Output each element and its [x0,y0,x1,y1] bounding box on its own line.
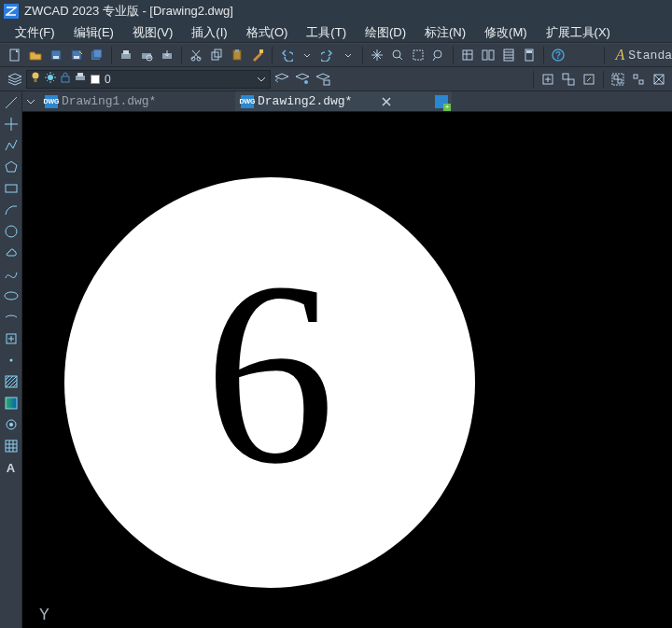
saveall-icon[interactable] [88,46,106,64]
menu-view[interactable]: 视图(V) [123,22,182,43]
document-tab[interactable]: DWG Drawing1.dwg* [39,91,235,111]
svg-rect-43 [614,76,618,79]
drawing-text-glyph: 6 [204,243,335,504]
paste-icon[interactable] [228,46,246,64]
window-title: ZWCAD 2023 专业版 - [Drawing2.dwg] [24,3,233,20]
copy-icon[interactable] [207,46,226,64]
layer-previous-icon[interactable] [273,70,291,89]
tabs-dropdown-icon[interactable] [22,91,39,111]
menu-format[interactable]: 格式(O) [237,22,298,43]
circle-icon[interactable] [2,222,21,241]
layers-toolbar: 0 [0,67,672,91]
print-icon[interactable] [117,46,135,64]
text-style-control[interactable]: A Standa [615,47,672,63]
title-bar: ZWCAD 2023 专业版 - [Drawing2.dwg] [0,0,672,22]
chevron-down-icon[interactable] [255,73,268,86]
mtext-icon[interactable]: A [2,458,21,477]
insert-block-icon[interactable] [2,329,21,348]
polyline-icon[interactable] [2,136,21,155]
svg-rect-24 [489,50,494,60]
menu-file[interactable]: 文件(F) [6,22,64,43]
menu-modify[interactable]: 修改(M) [475,22,537,43]
calc-icon[interactable] [520,46,539,64]
hatch-icon[interactable] [2,372,21,391]
svg-point-19 [393,50,400,58]
svg-rect-2 [53,56,59,59]
new-icon[interactable] [6,46,24,64]
ungroup-icon[interactable] [629,70,648,89]
tab-label: Drawing2.dwg* [258,94,352,108]
saveas-icon[interactable] [67,46,86,64]
save-icon[interactable] [47,46,65,64]
document-tabstrip: DWG Drawing1.dwg* DWG Drawing2.dwg* + [22,91,672,112]
text-style-icon: A [615,47,624,63]
redo-icon[interactable] [318,46,337,64]
revcloud-icon[interactable] [2,244,21,262]
redo-dropdown-icon[interactable] [339,46,357,64]
close-tab-icon[interactable] [380,95,393,108]
menu-draw[interactable]: 绘图(D) [356,22,415,43]
layer-iso-icon[interactable] [293,70,312,89]
svg-rect-20 [413,50,423,60]
toolbar-separator [362,47,363,63]
xref-icon[interactable] [650,70,668,89]
arc-icon[interactable] [2,201,21,219]
design-center-icon[interactable] [479,46,497,64]
group-icon[interactable] [609,70,627,89]
undo-dropdown-icon[interactable] [298,46,316,64]
svg-rect-18 [259,49,263,53]
layer-state-icon[interactable] [314,70,332,89]
rectangle-icon[interactable] [2,179,21,198]
print-preview-icon[interactable] [137,46,156,64]
properties-icon[interactable] [458,46,477,64]
svg-rect-48 [6,185,17,192]
zoom-realtime-icon[interactable] [388,46,407,64]
drawing-circle: 6 [64,177,475,588]
publish-icon[interactable] [158,46,176,64]
tool-palette-icon[interactable] [499,46,518,64]
table-icon[interactable] [2,437,21,455]
lock-icon [61,72,70,86]
help-icon[interactable]: ? [549,46,567,64]
block-create-icon[interactable] [559,70,578,89]
svg-rect-37 [324,80,329,85]
menu-edit[interactable]: 编辑(E) [64,22,123,43]
plus-icon: + [443,104,451,111]
block-edit-icon[interactable] [580,70,598,89]
svg-rect-8 [123,50,129,54]
xline-icon[interactable] [2,115,21,133]
ellipse-icon[interactable] [2,286,21,305]
svg-rect-44 [618,79,622,83]
undo-icon[interactable] [277,46,296,64]
drawing-canvas[interactable]: 6 Y [22,112,672,628]
zoom-window-icon[interactable] [409,46,427,64]
match-prop-icon[interactable] [248,46,267,64]
svg-rect-23 [483,50,487,60]
open-icon[interactable] [26,46,45,64]
menu-dim[interactable]: 标注(N) [415,22,475,43]
pan-icon[interactable] [368,46,386,64]
menu-insert[interactable]: 插入(I) [182,22,236,43]
region-icon[interactable] [2,415,21,434]
svg-rect-40 [568,79,574,85]
arc-ellipse-icon[interactable] [2,308,21,327]
block-insert-icon[interactable] [539,70,557,89]
svg-point-21 [434,50,441,58]
layer-manager-icon[interactable] [6,70,24,89]
cut-icon[interactable] [187,46,205,64]
spline-icon[interactable] [2,265,21,284]
new-document-tab[interactable]: + [431,91,452,111]
layer-combo[interactable]: 0 [26,70,271,89]
polygon-icon[interactable] [2,158,21,176]
line-icon[interactable] [2,93,21,112]
menu-ext[interactable]: 扩展工具(X) [537,22,620,43]
document-tab[interactable]: DWG Drawing2.dwg* [235,91,431,111]
zoom-prev-icon[interactable] [429,46,448,64]
toolbar-separator [111,47,112,63]
point-icon[interactable] [2,351,21,370]
toolbar-separator [272,47,273,63]
menu-tools[interactable]: 工具(T) [297,22,356,43]
svg-rect-39 [563,74,568,79]
tab-label: Drawing1.dwg* [62,94,156,108]
gradient-icon[interactable] [2,394,21,412]
